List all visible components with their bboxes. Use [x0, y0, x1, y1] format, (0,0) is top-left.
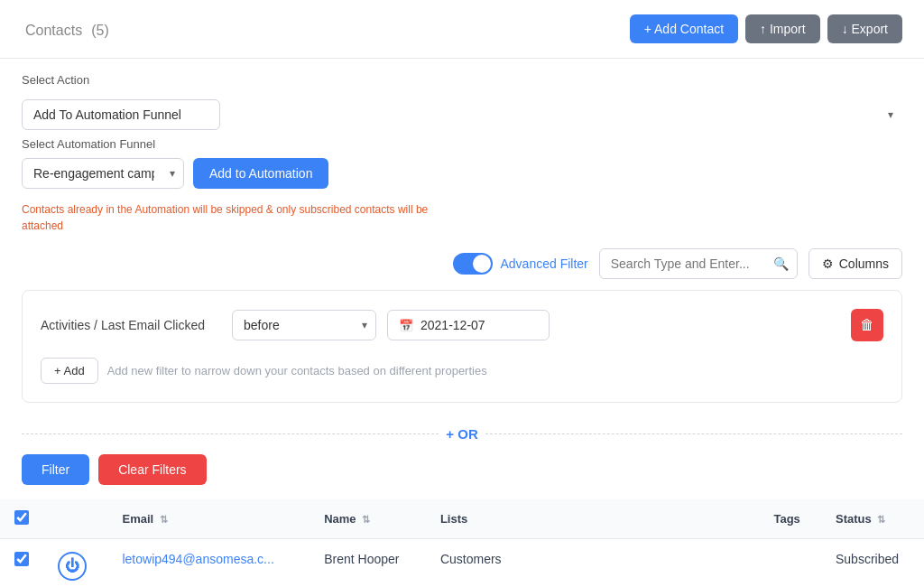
add-contact-button[interactable]: + Add Contact [630, 14, 738, 43]
email-col-header: Email ⇅ [107, 499, 310, 539]
row-checkbox-cell [0, 539, 43, 588]
filter-field-label: Activities / Last Email Clicked [41, 318, 221, 332]
power-icon: ⏻ [65, 558, 79, 574]
select-action-label: Select Action [22, 73, 902, 87]
contacts-table: Email ⇅ Name ⇅ Lists Tags Status ⇅ [0, 499, 924, 587]
columns-button[interactable]: ⚙ Columns [808, 248, 902, 279]
export-button[interactable]: ↓ Export [827, 14, 902, 43]
filter-area: Activities / Last Email Clicked before ▾… [22, 290, 902, 403]
avatar: ⏻ [58, 552, 87, 581]
filter-condition-wrapper: before ▾ [232, 310, 376, 340]
header-actions: + Add Contact ↑ Import ↓ Export [630, 14, 902, 43]
action-area: Select Action Add To Automation Funnel ▾… [0, 59, 924, 248]
filter-date-value: 2021-12-07 [420, 318, 485, 332]
add-filter-button[interactable]: + Add [41, 358, 98, 384]
select-all-checkbox[interactable] [14, 510, 29, 525]
row-tags-cell [759, 539, 821, 588]
status-badge: Subscribed [836, 552, 899, 566]
status-sort-icon: ⇅ [877, 514, 885, 525]
search-input[interactable] [599, 248, 798, 279]
status-col-header: Status ⇅ [821, 499, 924, 539]
select-all-col [0, 499, 43, 539]
email-sort-icon: ⇅ [160, 514, 168, 525]
tags-col-header: Tags [759, 499, 821, 539]
filter-button[interactable]: Filter [22, 454, 89, 485]
add-filter-row: + Add Add new filter to narrow down your… [41, 358, 883, 384]
table-row: ⏻ letowip494@ansomesa.c... Brent Hooper … [0, 539, 924, 588]
add-filter-hint: Add new filter to narrow down your conta… [107, 364, 487, 377]
advanced-filter-label: Advanced Filter [500, 256, 587, 271]
row-avatar-cell: ⏻ [43, 539, 107, 588]
gear-icon: ⚙ [822, 256, 834, 271]
search-icon: 🔍 [773, 256, 789, 271]
lists-col-header: Lists [426, 499, 760, 539]
filter-buttons: Filter Clear Filters [0, 454, 924, 499]
or-divider-line-left [22, 433, 439, 434]
filter-toggle-row: Advanced Filter 🔍 ⚙ Columns [0, 248, 924, 290]
select-funnel-label: Select Automation Funnel [22, 137, 902, 151]
add-to-automation-button[interactable]: Add to Automation [193, 158, 328, 189]
toggle-switch[interactable] [453, 253, 493, 275]
avatar-col-header [43, 499, 107, 539]
page-title: Contacts (5) [22, 17, 109, 41]
row-checkbox[interactable] [14, 552, 29, 566]
or-divider-line-right [485, 433, 902, 434]
trash-icon: 🗑 [860, 317, 874, 333]
or-divider: + OR [0, 414, 924, 454]
import-button[interactable]: ↑ Import [745, 14, 820, 43]
row-name-cell: Brent Hooper [310, 539, 426, 588]
filter-date-input[interactable]: 📅 2021-12-07 [387, 310, 550, 340]
name-sort-icon: ⇅ [362, 514, 370, 525]
email-link[interactable]: letowip494@ansomesa.c... [122, 552, 273, 566]
contacts-table-wrapper: Email ⇅ Name ⇅ Lists Tags Status ⇅ [0, 499, 924, 587]
search-input-wrapper: 🔍 [599, 248, 798, 279]
automation-info-text: Contacts already in the Automation will … [22, 201, 437, 234]
row-email-cell: letowip494@ansomesa.c... [107, 539, 310, 588]
action-select[interactable]: Add To Automation Funnel [22, 99, 220, 130]
toggle-knob [473, 255, 491, 273]
advanced-filter-toggle[interactable]: Advanced Filter [453, 253, 587, 275]
name-col-header: Name ⇅ [310, 499, 426, 539]
funnel-select-wrapper: Re-engagement campaig ▾ [22, 158, 184, 189]
calendar-icon: 📅 [399, 319, 413, 332]
filter-condition-select[interactable]: before [232, 310, 376, 340]
chevron-down-icon: ▾ [888, 108, 893, 121]
delete-filter-button[interactable]: 🗑 [851, 309, 883, 341]
action-select-wrapper: Add To Automation Funnel ▾ [22, 99, 902, 130]
row-status-cell: Subscribed [821, 539, 924, 588]
row-lists-cell: Customers [426, 539, 760, 588]
funnel-select[interactable]: Re-engagement campaig [22, 158, 184, 189]
funnel-row: Re-engagement campaig ▾ Add to Automatio… [22, 158, 902, 189]
clear-filters-button[interactable]: Clear Filters [98, 454, 206, 485]
filter-row: Activities / Last Email Clicked before ▾… [41, 309, 883, 341]
